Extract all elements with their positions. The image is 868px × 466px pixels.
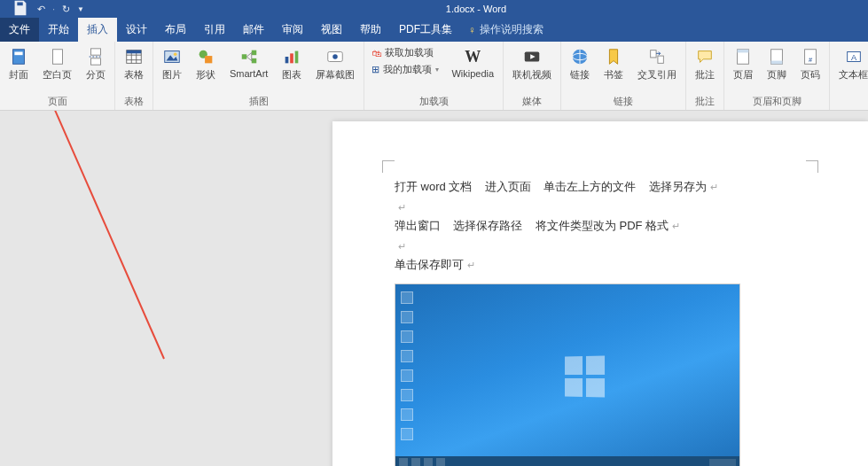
shapes-button[interactable]: 形状: [192, 45, 219, 83]
pictures-label: 图片: [162, 68, 182, 82]
tell-me-search[interactable]: ♀ 操作说明搜索: [468, 18, 543, 42]
svg-rect-21: [291, 53, 294, 63]
doc-line-1: 打开 word 文档 进入页面 单击左上方的文件 选择另存为↵: [395, 175, 806, 200]
header-button[interactable]: 页眉: [730, 45, 756, 83]
doc-line-3: 单击保存即可↵: [395, 252, 806, 278]
store-icon: 🛍: [371, 48, 381, 58]
comment-icon: [695, 47, 715, 66]
table-button[interactable]: 表格: [121, 45, 147, 83]
save-icon[interactable]: [11, 0, 30, 19]
group-links: 链接 书签 交叉引用 链接: [561, 42, 686, 110]
blank-page-button[interactable]: 空白页: [39, 45, 75, 83]
comment-button[interactable]: 批注: [692, 45, 718, 83]
quick-access-toolbar: ↶ · ↻ ▼: [0, 0, 84, 19]
tab-file[interactable]: 文件: [0, 18, 39, 42]
tab-home[interactable]: 开始: [39, 18, 78, 42]
get-addins-button[interactable]: 🛍 获取加载项: [370, 45, 435, 60]
svg-point-24: [333, 54, 339, 59]
chevron-down-icon: ▾: [435, 66, 439, 74]
tell-me-label: 操作说明搜索: [480, 22, 543, 37]
pictures-button[interactable]: 图片: [159, 45, 185, 83]
pagenum-button[interactable]: # 页码: [797, 45, 824, 83]
pictures-icon: [162, 47, 182, 66]
tab-pdftools[interactable]: PDF工具集: [390, 18, 461, 42]
tray-icon: [709, 459, 736, 466]
online-video-button[interactable]: 联机视频: [509, 45, 555, 83]
page-break-button[interactable]: 分页: [82, 45, 109, 83]
start-icon: [399, 458, 408, 466]
bulb-icon: ♀: [468, 24, 476, 36]
group-addins: 🛍 获取加载项 ⊞ 我的加载项 ▾ W Wikipedia 加载项: [364, 42, 504, 110]
svg-rect-30: [651, 50, 656, 58]
screenshot-icon: [325, 47, 345, 66]
svg-rect-0: [13, 50, 25, 65]
chart-label: 图表: [282, 68, 301, 82]
my-addins-button[interactable]: ⊞ 我的加载项 ▾: [370, 62, 441, 77]
doc-blank2: ↵: [395, 239, 806, 253]
tab-layout[interactable]: 布局: [156, 18, 195, 42]
group-media-label: 媒体: [522, 95, 542, 108]
pagenum-icon: #: [801, 47, 820, 66]
crossref-icon: [647, 47, 667, 66]
svg-rect-18: [251, 50, 256, 56]
svg-text:A: A: [851, 53, 857, 62]
group-pages: 封面 空白页 分页 页面: [0, 42, 115, 110]
desktop-icon: [401, 428, 413, 440]
svg-line-48: [20, 111, 164, 359]
desktop-icon: [401, 330, 413, 343]
desktop-icon: [401, 408, 413, 421]
chart-icon: [282, 47, 301, 66]
cover-page-icon: [9, 47, 28, 66]
group-tables: 表格 表格: [115, 42, 153, 110]
group-text: A 文本框 文档部件 A 艺术字 A 首字 文本: [830, 42, 868, 110]
svg-rect-1: [14, 52, 22, 56]
undo-icon[interactable]: ↶: [37, 4, 45, 15]
footer-button[interactable]: 页脚: [763, 45, 790, 83]
pagenum-label: 页码: [801, 68, 820, 82]
link-button[interactable]: 链接: [567, 45, 593, 83]
shapes-label: 形状: [196, 68, 215, 82]
svg-rect-31: [658, 56, 663, 63]
workspace[interactable]: 打开 word 文档 进入页面 单击左上方的文件 选择另存为↵ ↵ 弹出窗口 选…: [0, 111, 868, 466]
tab-view[interactable]: 视图: [312, 18, 351, 42]
tab-design[interactable]: 设计: [117, 18, 156, 42]
tab-mailings[interactable]: 邮件: [234, 18, 273, 42]
header-icon: [733, 47, 753, 66]
screenshot-button[interactable]: 屏幕截图: [312, 45, 358, 83]
link-label: 链接: [570, 68, 590, 82]
my-addins-label: 我的加载项: [383, 63, 432, 76]
taskbar-icon: [436, 458, 445, 466]
document-page[interactable]: 打开 word 文档 进入页面 单击左上方的文件 选择另存为↵ ↵ 弹出窗口 选…: [332, 121, 868, 466]
corner-mark-tl: [382, 160, 395, 173]
table-label: 表格: [124, 68, 144, 82]
smartart-button[interactable]: SmartArt: [226, 45, 271, 81]
wikipedia-button[interactable]: W Wikipedia: [448, 45, 497, 81]
svg-rect-4: [91, 58, 101, 65]
svg-rect-3: [91, 49, 101, 55]
ribbon: 封面 空白页 分页 页面 表格 表格 图片: [0, 42, 868, 111]
tab-help[interactable]: 帮助: [351, 18, 390, 42]
qat-dropdown-icon[interactable]: ▼: [77, 5, 84, 13]
taskbar-icon: [424, 458, 433, 466]
group-headerfooter: 页眉 页脚 # 页码 页眉和页脚: [724, 42, 830, 110]
svg-rect-17: [241, 54, 246, 59]
chart-button[interactable]: 图表: [278, 45, 305, 83]
tab-insert[interactable]: 插入: [78, 18, 117, 42]
cover-page-button[interactable]: 封面: [5, 45, 32, 83]
comment-label: 批注: [695, 68, 715, 82]
crossref-label: 交叉引用: [637, 68, 676, 82]
svg-rect-19: [251, 58, 256, 64]
textbox-label: 文本框: [839, 68, 868, 82]
embedded-screenshot[interactable]: [395, 283, 740, 466]
bookmark-button[interactable]: 书签: [600, 45, 627, 83]
textbox-button[interactable]: A 文本框: [835, 45, 868, 83]
smartart-label: SmartArt: [230, 68, 268, 79]
crossref-button[interactable]: 交叉引用: [634, 45, 680, 83]
svg-rect-16: [205, 56, 212, 63]
svg-point-14: [174, 52, 177, 56]
desktop-icon: [401, 291, 413, 304]
tab-references[interactable]: 引用: [195, 18, 234, 42]
svg-rect-33: [738, 50, 749, 53]
redo-icon[interactable]: ↻: [62, 4, 70, 15]
tab-review[interactable]: 审阅: [273, 18, 312, 42]
